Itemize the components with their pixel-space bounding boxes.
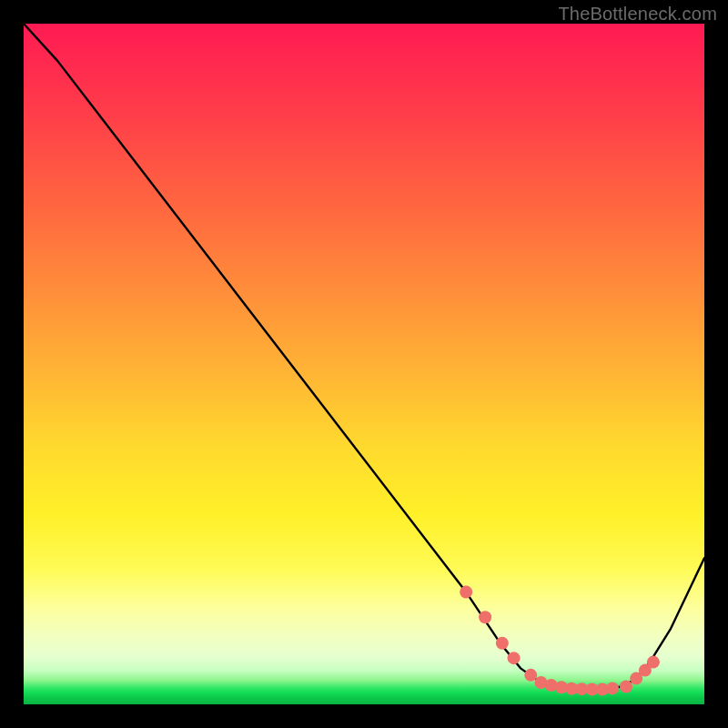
highlight-dots — [460, 586, 660, 696]
dot-icon — [496, 637, 509, 650]
dot-icon — [606, 682, 619, 694]
plot-area — [24, 24, 704, 704]
dot-icon — [647, 656, 660, 669]
curve-layer — [24, 24, 704, 704]
dot-icon — [620, 681, 632, 693]
watermark-text: TheBottleneck.com — [558, 4, 717, 25]
chart-frame: TheBottleneck.com — [0, 0, 728, 728]
dot-icon — [524, 669, 537, 682]
bottleneck-curve — [24, 24, 704, 690]
dot-icon — [479, 611, 491, 623]
dot-icon — [508, 652, 521, 664]
dot-icon — [460, 586, 472, 599]
